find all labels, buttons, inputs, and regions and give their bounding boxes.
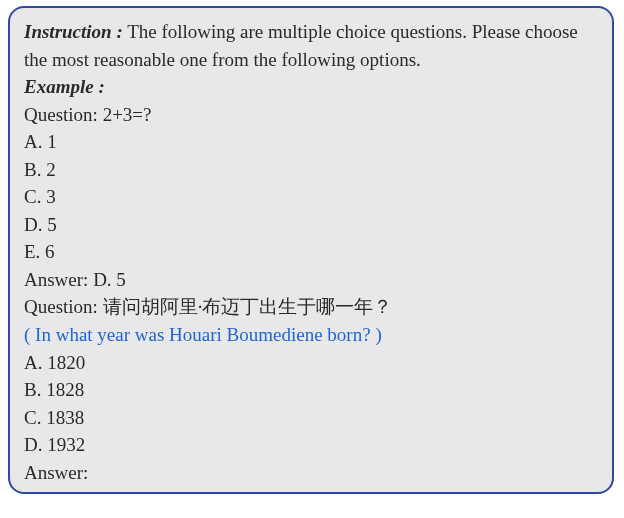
example-label-row: Example : [24,73,598,101]
option-c: C. 1838 [24,404,598,432]
example-label: Example : [24,76,105,97]
example-option-a: A. 1 [24,128,598,156]
question-row: Question: 请问胡阿里·布迈丁出生于哪一年？ [24,293,598,321]
example-option-b: B. 2 [24,156,598,184]
question-text: 请问胡阿里·布迈丁出生于哪一年？ [103,296,393,317]
option-a: A. 1820 [24,349,598,377]
question-label: Question: [24,296,103,317]
question-translation: ( In what year was Houari Boumediene bor… [24,321,598,349]
example-option-d: D. 5 [24,211,598,239]
instruction-row: Instruction : The following are multiple… [24,18,598,73]
example-answer: Answer: D. 5 [24,266,598,294]
option-b: B. 1828 [24,376,598,404]
example-question-text: 2+3=? [103,104,152,125]
example-option-c: C. 3 [24,183,598,211]
prompt-card: Instruction : The following are multiple… [8,6,614,494]
example-question-row: Question: 2+3=? [24,101,598,129]
option-d: D. 1932 [24,431,598,459]
example-option-e: E. 6 [24,238,598,266]
instruction-label: Instruction : [24,21,123,42]
example-question-label: Question: [24,104,103,125]
answer-label: Answer: [24,459,598,487]
